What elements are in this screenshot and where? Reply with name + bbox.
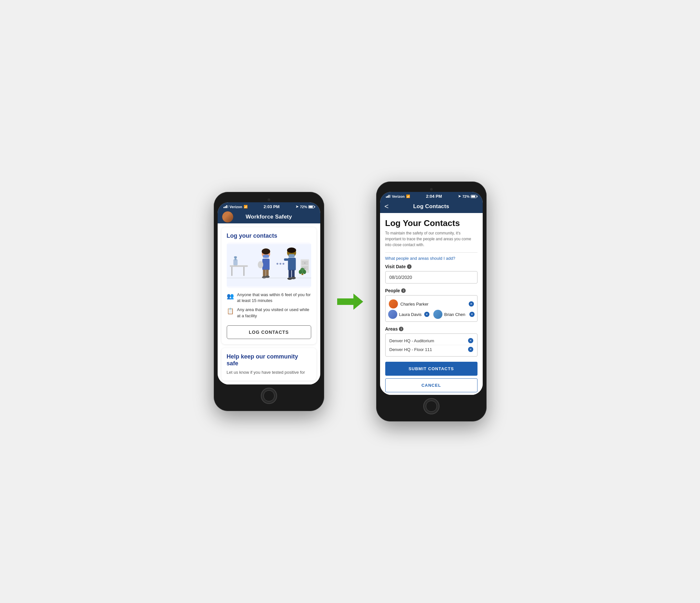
- log-contacts-card: Log your contacts: [222, 227, 316, 344]
- visit-date-info-icon[interactable]: i: [407, 264, 411, 269]
- what-people-link[interactable]: What people and areas should I add?: [385, 256, 477, 261]
- svg-point-11: [257, 261, 263, 268]
- camera-dot: [268, 198, 270, 201]
- area-row-auditorium: Denver HQ - Auditorium ✕: [388, 336, 475, 345]
- location-icon-1: ➤: [296, 205, 299, 209]
- arrow-head: [353, 294, 363, 310]
- person-name-brian: Brian Chen: [444, 312, 468, 317]
- person-half-laura: Laura Davis ✕: [388, 310, 429, 319]
- area-row-floor111: Denver HQ - Floor 111 ✕: [388, 345, 475, 354]
- submit-contacts-button[interactable]: SUBMIT CONTACTS: [385, 362, 477, 376]
- areas-label: Areas i: [385, 326, 477, 331]
- visit-date-label: Visit Date i: [385, 264, 477, 269]
- remove-floor111-button[interactable]: ✕: [468, 347, 473, 352]
- avatar-charles: [389, 299, 398, 308]
- svg-rect-31: [304, 263, 305, 264]
- phone-2-screen: Verizon 📶 2:04 PM ➤ 72% < Log Contacts: [380, 192, 483, 395]
- battery-icon-1: [308, 205, 314, 208]
- avatar-laura: [388, 310, 397, 319]
- avatar-1: [222, 211, 233, 222]
- home-button-1[interactable]: [261, 388, 277, 404]
- svg-point-35: [299, 270, 301, 274]
- battery-pct-2: 72%: [462, 195, 469, 198]
- flow-arrow: [337, 294, 363, 310]
- person-row-charles: Charles Parker ✕: [388, 298, 475, 310]
- location-icon-2: ➤: [458, 194, 461, 198]
- svg-rect-21: [289, 254, 295, 257]
- svg-rect-32: [304, 268, 305, 269]
- svg-rect-5: [234, 258, 236, 260]
- svg-rect-10: [262, 259, 269, 270]
- card2-title: Help keep our community safe: [227, 353, 311, 367]
- svg-rect-1: [230, 265, 248, 267]
- people-box: Charles Parker ✕ Laura Davis ✕: [385, 295, 477, 322]
- svg-rect-3: [243, 267, 245, 276]
- time-1: 2:03 PM: [264, 204, 279, 209]
- wifi-icon-2: 📶: [406, 195, 410, 198]
- status-right-2: ➤ 72%: [458, 194, 476, 198]
- arrow-container: [337, 294, 363, 310]
- remove-auditorium-button[interactable]: ✕: [468, 338, 473, 343]
- app-header-2: < Log Contacts: [380, 200, 483, 213]
- camera-dot-2: [430, 188, 433, 191]
- carrier-2: Verizon: [392, 195, 405, 198]
- cancel-button[interactable]: CANCEL: [385, 378, 477, 392]
- svg-point-6: [234, 256, 237, 258]
- status-right-1: ➤ 72%: [296, 205, 314, 209]
- remove-charles-button[interactable]: ✕: [469, 301, 474, 306]
- info-text-2: Any area that you visited or used while …: [237, 307, 311, 319]
- area-name-auditorium: Denver HQ - Auditorium: [390, 338, 434, 343]
- info-text-1: Anyone that was within 6 feet of you for…: [237, 292, 311, 304]
- time-2: 2:04 PM: [426, 194, 442, 199]
- svg-rect-9: [263, 255, 269, 258]
- svg-point-18: [282, 263, 284, 265]
- signal-bars-1: [224, 205, 228, 208]
- svg-rect-2: [231, 267, 232, 276]
- info-item-1: 👥 Anyone that was within 6 feet of you f…: [227, 292, 311, 304]
- areas-box: Denver HQ - Auditorium ✕ Denver HQ - Flo…: [385, 333, 477, 356]
- carrier-1: Verizon: [230, 205, 242, 209]
- status-left-1: Verizon 📶: [224, 205, 248, 209]
- app-title-1: Workforce Safety: [246, 213, 292, 220]
- people-icon: 👥: [227, 292, 234, 300]
- svg-rect-4: [233, 259, 238, 265]
- svg-point-20: [287, 247, 296, 253]
- card2-text: Let us know if you have tested positive …: [227, 370, 311, 375]
- battery-pct-1: 72%: [300, 205, 307, 209]
- svg-point-8: [261, 248, 270, 255]
- phone-1: Verizon 📶 2:03 PM ➤ 72% Workforce Safety: [214, 192, 324, 411]
- person-row-split: Laura Davis ✕ Brian Chen ✕: [388, 310, 475, 319]
- svg-rect-24: [289, 270, 291, 278]
- log-subtitle: To maintain the safety of our community,…: [385, 230, 477, 248]
- svg-rect-22: [288, 258, 296, 271]
- people-info-icon[interactable]: i: [401, 288, 406, 293]
- wifi-icon-1: 📶: [244, 205, 248, 208]
- community-safe-card: Help keep our community safe Let us know…: [222, 348, 316, 381]
- visit-date-input[interactable]: 08/10/2020: [385, 271, 477, 283]
- area-name-floor111: Denver HQ - Floor 111: [390, 347, 432, 352]
- home-button-2[interactable]: [423, 398, 440, 414]
- status-bar-1: Verizon 📶 2:03 PM ➤ 72%: [218, 202, 320, 210]
- log-main-title: Log Your Contacts: [385, 218, 477, 228]
- back-button[interactable]: <: [384, 203, 389, 210]
- svg-point-16: [276, 263, 278, 265]
- svg-rect-23: [284, 258, 288, 261]
- people-label: People i: [385, 288, 477, 293]
- log-contacts-button[interactable]: LOG CONTACTS: [227, 325, 311, 339]
- remove-brian-button[interactable]: ✕: [469, 312, 475, 317]
- person-name-charles: Charles Parker: [401, 302, 466, 306]
- person-half-brian: Brian Chen ✕: [431, 310, 475, 319]
- battery-icon-2: [471, 195, 476, 198]
- card1-illustration: [227, 243, 311, 288]
- card1-title: Log your contacts: [227, 232, 311, 239]
- scene: Verizon 📶 2:03 PM ➤ 72% Workforce Safety: [214, 181, 486, 422]
- home-button-inner-1: [264, 390, 274, 401]
- svg-point-15: [265, 276, 269, 278]
- svg-rect-12: [263, 270, 266, 277]
- app-title-2: Log Contacts: [413, 203, 449, 210]
- info-item-2: 📋 Any area that you visited or used whil…: [227, 307, 311, 319]
- remove-laura-button[interactable]: ✕: [424, 312, 429, 317]
- home-button-inner-2: [426, 401, 437, 412]
- areas-info-icon[interactable]: i: [399, 327, 403, 331]
- screen-content-1: Log your contacts: [218, 223, 320, 384]
